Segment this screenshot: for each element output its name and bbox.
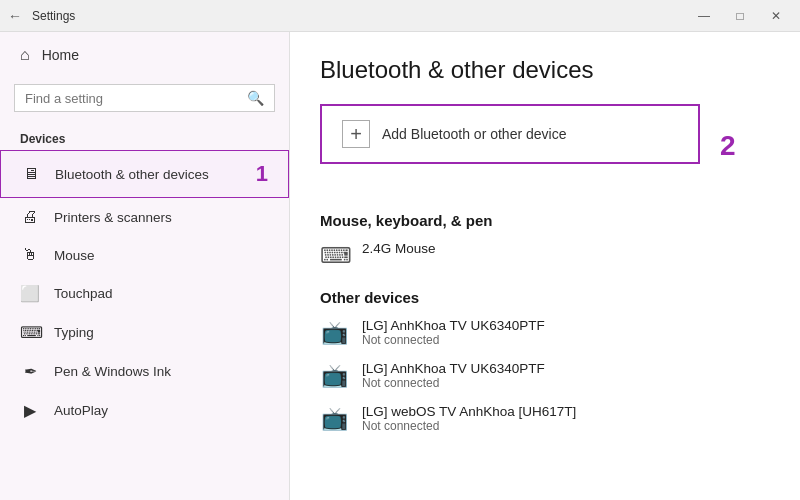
device-status: Not connected	[362, 419, 576, 433]
device-row: 📺[LG] webOS TV AnhKhoa [UH617T]Not conne…	[320, 404, 770, 433]
device-info: 2.4G Mouse	[362, 241, 436, 256]
device-status: Not connected	[362, 376, 545, 390]
sidebar-item-label-touchpad: Touchpad	[54, 286, 113, 301]
sidebar-item-label-bluetooth: Bluetooth & other devices	[55, 167, 209, 182]
section-heading-mouse-keyboard: Mouse, keyboard, & pen	[320, 212, 770, 229]
sidebar: ⌂ Home 🔍 Devices 🖥Bluetooth & other devi…	[0, 32, 290, 500]
sidebar-item-touchpad[interactable]: ⬜Touchpad	[0, 274, 289, 313]
sidebar-item-autoplay[interactable]: ▶AutoPlay	[0, 391, 289, 430]
sidebar-items: 🖥Bluetooth & other devices1🖨Printers & s…	[0, 150, 289, 430]
device-name: [LG] webOS TV AnhKhoa [UH617T]	[362, 404, 576, 419]
pen-icon: ✒	[20, 362, 40, 381]
touchpad-icon: ⬜	[20, 284, 40, 303]
sidebar-item-printers[interactable]: 🖨Printers & scanners	[0, 198, 289, 236]
device-status: Not connected	[362, 333, 545, 347]
badge-2: 2	[720, 130, 736, 162]
sidebar-item-mouse[interactable]: 🖱Mouse	[0, 236, 289, 274]
sidebar-item-home[interactable]: ⌂ Home	[0, 32, 289, 78]
main-panel: Bluetooth & other devices + Add Bluetoot…	[290, 32, 800, 500]
device-info: [LG] AnhKhoa TV UK6340PTFNot connected	[362, 318, 545, 347]
sidebar-section-label: Devices	[0, 126, 289, 150]
home-label: Home	[42, 47, 79, 63]
mouse-icon: 🖱	[20, 246, 40, 264]
device-icon: ⌨	[320, 243, 348, 269]
device-icon: 📺	[320, 363, 348, 389]
sidebar-item-label-autoplay: AutoPlay	[54, 403, 108, 418]
sidebar-item-typing[interactable]: ⌨Typing	[0, 313, 289, 352]
device-row: 📺[LG] AnhKhoa TV UK6340PTFNot connected	[320, 318, 770, 347]
section-heading-other-devices: Other devices	[320, 289, 770, 306]
app-title: Settings	[32, 9, 688, 23]
device-name: [LG] AnhKhoa TV UK6340PTF	[362, 318, 545, 333]
badge-1: 1	[256, 161, 268, 187]
title-bar: ← Settings — □ ✕	[0, 0, 800, 32]
device-icon: 📺	[320, 406, 348, 432]
device-row: ⌨2.4G Mouse	[320, 241, 770, 269]
search-input[interactable]	[25, 91, 239, 106]
sidebar-item-label-mouse: Mouse	[54, 248, 95, 263]
search-icon: 🔍	[247, 90, 264, 106]
device-info: [LG] webOS TV AnhKhoa [UH617T]Not connec…	[362, 404, 576, 433]
add-device-button[interactable]: + Add Bluetooth or other device	[320, 104, 700, 164]
add-device-row: + Add Bluetooth or other device 2	[320, 104, 770, 188]
section-mouse-keyboard: Mouse, keyboard, & pen⌨2.4G Mouse	[320, 212, 770, 269]
bluetooth-icon: 🖥	[21, 165, 41, 183]
sidebar-item-bluetooth[interactable]: 🖥Bluetooth & other devices1	[0, 150, 289, 198]
page-title: Bluetooth & other devices	[320, 56, 770, 84]
app-body: ⌂ Home 🔍 Devices 🖥Bluetooth & other devi…	[0, 32, 800, 500]
sidebar-item-label-pen: Pen & Windows Ink	[54, 364, 171, 379]
device-info: [LG] AnhKhoa TV UK6340PTFNot connected	[362, 361, 545, 390]
device-sections: Mouse, keyboard, & pen⌨2.4G MouseOther d…	[320, 212, 770, 433]
maximize-button[interactable]: □	[724, 0, 756, 32]
section-other-devices: Other devices📺[LG] AnhKhoa TV UK6340PTFN…	[320, 289, 770, 433]
device-row: 📺[LG] AnhKhoa TV UK6340PTFNot connected	[320, 361, 770, 390]
device-name: 2.4G Mouse	[362, 241, 436, 256]
device-name: [LG] AnhKhoa TV UK6340PTF	[362, 361, 545, 376]
add-device-label: Add Bluetooth or other device	[382, 126, 566, 142]
typing-icon: ⌨	[20, 323, 40, 342]
back-button[interactable]: ←	[8, 8, 22, 24]
plus-icon: +	[342, 120, 370, 148]
autoplay-icon: ▶	[20, 401, 40, 420]
printers-icon: 🖨	[20, 208, 40, 226]
window-controls: — □ ✕	[688, 0, 792, 32]
minimize-button[interactable]: —	[688, 0, 720, 32]
sidebar-item-pen[interactable]: ✒Pen & Windows Ink	[0, 352, 289, 391]
home-icon: ⌂	[20, 46, 30, 64]
sidebar-item-label-typing: Typing	[54, 325, 94, 340]
close-button[interactable]: ✕	[760, 0, 792, 32]
sidebar-item-label-printers: Printers & scanners	[54, 210, 172, 225]
search-box[interactable]: 🔍	[14, 84, 275, 112]
device-icon: 📺	[320, 320, 348, 346]
